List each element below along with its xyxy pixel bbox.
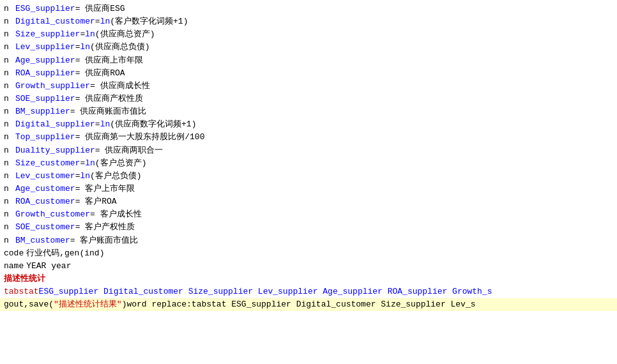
line-prefix: n: [4, 93, 13, 105]
code-segment: ln: [100, 15, 110, 28]
line-prefix: n: [4, 195, 13, 208]
line-prefix: n: [4, 3, 13, 15]
code-segment: 行业代码,gen(ind): [26, 247, 104, 260]
code-segment: SOE_supplier: [15, 93, 75, 105]
cmd-line: name YEAR year: [0, 260, 617, 273]
code-segment: ln: [100, 118, 110, 131]
line-prefix: n: [4, 67, 13, 80]
code-line: nAge_customer = 客户上市年限: [0, 183, 617, 195]
section-heading: 描述性统计: [0, 273, 617, 285]
cmd-segment: ESG_supplier Digital_customer Size_suppl…: [39, 285, 492, 298]
code-line: nDigital_supplier = ln(供应商数字化词频+1): [0, 118, 617, 131]
code-line: nESG_supplier = 供应商ESG: [0, 3, 617, 15]
code-segment: (供应商数字化词频+1): [110, 118, 196, 131]
cmd-segment: gout,save(: [4, 298, 54, 311]
code-segment: ln: [85, 157, 95, 170]
code-line: nSOE_supplier = 供应商产权性质: [0, 93, 617, 105]
code-segment: = 客户ROA: [75, 195, 117, 208]
code-segment: Duality_supplier: [15, 144, 95, 157]
code-segment: Age_customer: [15, 183, 75, 195]
code-segment: =: [75, 41, 80, 54]
line-prefix: n: [4, 221, 13, 234]
code-line: nTop_supplier = 供应商第一大股东持股比例/100: [0, 131, 617, 144]
code-segment: Lev_customer: [15, 170, 75, 183]
code-segment: BM_customer: [15, 234, 70, 247]
line-prefix: n: [4, 170, 13, 183]
code-line: nDuality_supplier = 供应商两职合一: [0, 144, 617, 157]
line-prefix: n: [4, 80, 13, 93]
code-segment: Growth_supplier: [15, 80, 90, 93]
code-segment: (客户数字化词频+1): [110, 15, 188, 28]
code-segment: (客户总负债): [90, 170, 142, 183]
cmd-continuation-line: gout,save("描述性统计结果")word replace:tabstat…: [0, 298, 617, 311]
code-segment: = 客户成长性: [90, 208, 142, 221]
line-prefix: n: [4, 131, 13, 144]
code-segment: ln: [85, 28, 95, 41]
code-segment: ln: [80, 41, 90, 54]
code-line: nSOE_customer = 客户产权性质: [0, 221, 617, 234]
line-prefix: n: [4, 28, 13, 41]
code-line: nGrowth_supplier = 供应商成长性: [0, 80, 617, 93]
code-segment: (客户总资产): [95, 157, 147, 170]
code-line: nLev_customer = ln(客户总负债): [0, 170, 617, 183]
cmd-line: code 行业代码,gen(ind): [0, 247, 617, 260]
code-lines: nESG_supplier = 供应商ESGnDigital_customer …: [0, 3, 617, 311]
code-segment: =: [80, 157, 85, 170]
line-prefix: n: [4, 118, 13, 131]
section-heading-text: 描述性统计: [4, 273, 45, 285]
code-segment: Size_supplier: [15, 28, 80, 41]
code-segment: = 供应商第一大股东持股比例/100: [75, 131, 205, 144]
line-prefix: name: [4, 260, 24, 273]
line-prefix: n: [4, 105, 13, 118]
code-segment: = 供应商上市年限: [75, 54, 144, 67]
code-line: nROA_supplier = 供应商ROA: [0, 67, 617, 80]
line-prefix: n: [4, 183, 13, 195]
code-segment: Digital_supplier: [15, 118, 95, 131]
code-segment: =: [80, 28, 85, 41]
code-line: nGrowth_customer = 客户成长性: [0, 208, 617, 221]
line-prefix: n: [4, 157, 13, 170]
code-segment: =: [95, 15, 100, 28]
code-segment: =: [75, 170, 80, 183]
code-segment: = 客户账面市值比: [70, 234, 139, 247]
line-prefix: n: [4, 208, 13, 221]
code-segment: SOE_customer: [15, 221, 75, 234]
code-segment: = 供应商成长性: [90, 80, 150, 93]
line-prefix: n: [4, 15, 13, 28]
code-segment: ROA_customer: [15, 195, 75, 208]
line-prefix: n: [4, 144, 13, 157]
code-segment: Growth_customer: [15, 208, 90, 221]
code-segment: ROA_supplier: [15, 67, 75, 80]
code-segment: =: [95, 118, 100, 131]
line-prefix: code: [4, 247, 24, 260]
code-segment: Age_supplier: [15, 54, 75, 67]
code-segment: = 客户上市年限: [75, 183, 135, 195]
code-line: nLev_supplier = ln(供应商总负债): [0, 41, 617, 54]
code-segment: Digital_customer: [15, 15, 95, 28]
line-prefix: n: [4, 41, 13, 54]
code-line: nAge_supplier = 供应商上市年限: [0, 54, 617, 67]
code-segment: Size_customer: [15, 157, 80, 170]
line-prefix: n: [4, 54, 13, 67]
cmd-line: tabstat ESG_supplier Digital_customer Si…: [0, 285, 617, 298]
cmd-segment: )word replace:tabstat ESG_supplier Digit…: [122, 298, 476, 311]
code-line: nDigital_customer = ln(客户数字化词频+1): [0, 15, 617, 28]
code-segment: ESG_supplier: [15, 3, 75, 15]
code-segment: (供应商总负债): [90, 41, 150, 54]
code-line: nBM_supplier = 供应商账面市值比: [0, 105, 617, 118]
code-segment: = 供应商两职合一: [95, 144, 164, 157]
code-line: nSize_customer = ln(客户总资产): [0, 157, 617, 170]
code-segment: = 供应商产权性质: [75, 93, 144, 105]
cmd-prefix: tabstat: [4, 285, 39, 298]
code-segment: = 供应商ESG: [75, 3, 125, 15]
code-line: nROA_customer = 客户ROA: [0, 195, 617, 208]
code-editor: nESG_supplier = 供应商ESGnDigital_customer …: [0, 0, 617, 364]
line-prefix: n: [4, 234, 13, 247]
code-segment: Lev_supplier: [15, 41, 75, 54]
code-segment: = 客户产权性质: [75, 221, 135, 234]
code-segment: BM_supplier: [15, 105, 70, 118]
code-line: nBM_customer = 客户账面市值比: [0, 234, 617, 247]
code-segment: = 供应商ROA: [75, 67, 125, 80]
code-line: nSize_supplier = ln(供应商总资产): [0, 28, 617, 41]
code-segment: ln: [80, 170, 90, 183]
